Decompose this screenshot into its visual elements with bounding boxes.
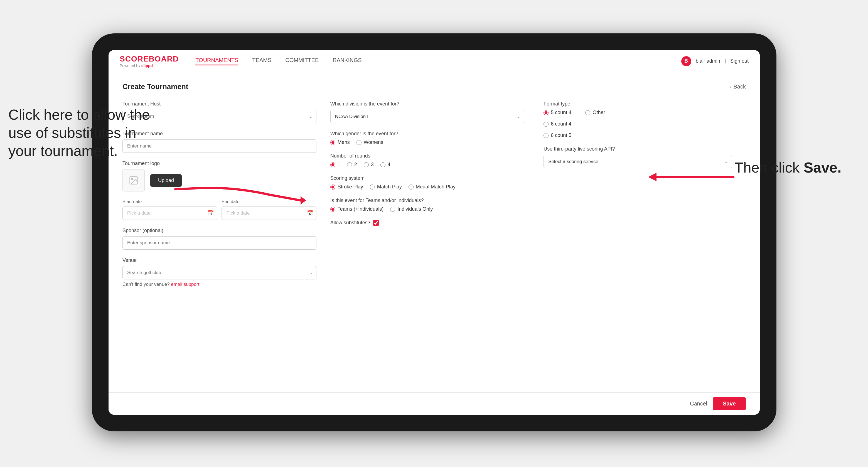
scoring-match-label: Match Play <box>377 184 402 190</box>
division-select[interactable]: NCAA Division I <box>330 110 524 123</box>
back-button[interactable]: ‹ Back <box>730 84 746 90</box>
format-row-1: 5 count 4 Other <box>544 110 732 116</box>
logo-upload-area: Upload <box>122 169 316 191</box>
substitutes-label: Allow substitutes? <box>330 220 370 226</box>
gender-womens-label: Womens <box>364 139 383 145</box>
tablet-screen: SCOREBOARD Powered by clippd TOURNAMENTS… <box>108 50 760 415</box>
gender-label: Which gender is the event for? <box>330 131 524 137</box>
substitutes-checkbox[interactable] <box>373 220 379 226</box>
image-icon <box>129 175 138 185</box>
event-type-individuals[interactable]: Individuals Only <box>390 206 433 212</box>
page-title: Create Tournament <box>122 82 188 91</box>
venue-help-text: Can't find your venue? email support <box>122 282 316 287</box>
gender-womens[interactable]: Womens <box>356 139 383 145</box>
tablet-frame: SCOREBOARD Powered by clippd TOURNAMENTS… <box>92 33 776 431</box>
division-group: Which division is the event for? NCAA Di… <box>330 101 524 123</box>
logo-area: SCOREBOARD Powered by clippd <box>120 55 179 68</box>
rounds-4[interactable]: 4 <box>380 162 391 167</box>
rounds-2-label: 2 <box>354 162 357 167</box>
format-label: Format type <box>544 101 732 107</box>
calendar-icon-start: 📅 <box>208 210 214 216</box>
end-date-input[interactable] <box>221 207 316 220</box>
scoring-api-label: Use third-party live scoring API? <box>544 146 732 152</box>
sign-out-link[interactable]: Sign out <box>730 58 749 64</box>
end-date-label: End date <box>221 199 316 204</box>
sponsor-label: Sponsor (optional) <box>122 228 316 234</box>
end-date-field: End date 📅 <box>221 199 316 220</box>
page-header: Create Tournament ‹ Back <box>122 82 746 91</box>
date-row: Start date 📅 End date 📅 <box>122 199 316 220</box>
scoring-api-group: Use third-party live scoring API? Select… <box>544 146 732 168</box>
nav-right: B blair admin | Sign out <box>681 56 749 66</box>
nav-item-rankings[interactable]: RANKINGS <box>333 57 362 65</box>
tournament-logo-label: Tournament logo <box>122 161 316 166</box>
format-6count4-label: 6 count 4 <box>551 121 571 127</box>
format-radio-group: 5 count 4 Other 6 count 4 <box>544 110 732 138</box>
rounds-label: Number of rounds <box>330 153 524 159</box>
division-select-wrapper: NCAA Division I <box>330 110 524 123</box>
date-group: Start date 📅 End date 📅 <box>122 199 316 220</box>
nav-item-committee[interactable]: COMMITTEE <box>285 57 319 65</box>
rounds-2[interactable]: 2 <box>347 162 357 167</box>
scoring-radio-group: Stroke Play Match Play Medal Match Play <box>330 184 524 190</box>
sponsor-input[interactable] <box>122 236 316 250</box>
event-type-label: Is this event for Teams and/or Individua… <box>330 197 524 204</box>
scoring-api-select-wrapper: Select a scoring service <box>544 155 732 168</box>
format-other[interactable]: Other <box>585 110 605 116</box>
rounds-group: Number of rounds 1 2 <box>330 153 524 167</box>
scoring-stroke-play[interactable]: Stroke Play <box>330 184 363 190</box>
event-type-radio-group: Teams (+Individuals) Individuals Only <box>330 206 524 212</box>
logo-placeholder <box>122 169 145 191</box>
logo-clippd: clippd <box>142 63 153 68</box>
scoring-stroke-label: Stroke Play <box>338 184 363 190</box>
form-grid: Tournament Host Tournament name Tourname… <box>122 101 746 295</box>
venue-email-link[interactable]: email support <box>171 282 199 287</box>
gender-mens[interactable]: Mens <box>330 139 350 145</box>
tournament-logo-group: Tournament logo Upload <box>122 161 316 191</box>
calendar-icon-end: 📅 <box>307 210 313 216</box>
navigation-bar: SCOREBOARD Powered by clippd TOURNAMENTS… <box>108 50 760 72</box>
form-col-right: Format type 5 count 4 Other <box>538 101 746 295</box>
event-individuals-label: Individuals Only <box>397 206 433 212</box>
substitutes-checkbox-item[interactable]: Allow substitutes? <box>330 220 524 226</box>
scoring-label: Scoring system <box>330 175 524 181</box>
logo-red: BOARD <box>149 55 179 63</box>
start-date-label: Start date <box>122 199 217 204</box>
scoring-group: Scoring system Stroke Play Match Play <box>330 175 524 190</box>
logo-scoreboard: SCOREBOARD <box>120 55 179 63</box>
nav-item-teams[interactable]: TEAMS <box>252 57 271 65</box>
start-date-field: Start date 📅 <box>122 199 217 220</box>
save-button[interactable]: Save <box>713 397 746 410</box>
rounds-3-label: 3 <box>371 162 374 167</box>
scoring-api-select[interactable]: Select a scoring service <box>544 155 732 168</box>
rounds-radio-group: 1 2 3 4 <box>330 162 524 167</box>
upload-button[interactable]: Upload <box>150 174 182 187</box>
scoring-match-play[interactable]: Match Play <box>370 184 402 190</box>
format-5count4[interactable]: 5 count 4 <box>544 110 571 116</box>
format-group: Format type 5 count 4 Other <box>544 101 732 138</box>
page-content: Create Tournament ‹ Back Tournament Host… <box>108 72 760 415</box>
start-date-input[interactable] <box>122 207 217 220</box>
format-6count5-label: 6 count 5 <box>551 132 571 138</box>
cancel-button[interactable]: Cancel <box>690 401 707 407</box>
nav-separator: | <box>725 59 726 64</box>
format-6count4[interactable]: 6 count 4 <box>544 121 732 127</box>
rounds-1-label: 1 <box>338 162 340 167</box>
venue-label: Venue <box>122 257 316 263</box>
event-type-teams[interactable]: Teams (+Individuals) <box>330 206 384 212</box>
rounds-1[interactable]: 1 <box>330 162 340 167</box>
form-col-middle: Which division is the event for? NCAA Di… <box>330 101 538 295</box>
venue-group: Venue Can't find your venue? email suppo… <box>122 257 316 287</box>
nav-item-tournaments[interactable]: TOURNAMENTS <box>195 57 238 65</box>
gender-radio-group: Mens Womens <box>330 139 524 145</box>
venue-input[interactable] <box>122 266 316 279</box>
rounds-3[interactable]: 3 <box>364 162 374 167</box>
nav-items: TOURNAMENTS TEAMS COMMITTEE RANKINGS <box>195 57 681 65</box>
gender-group: Which gender is the event for? Mens Wome… <box>330 131 524 145</box>
scoring-medal-match-play[interactable]: Medal Match Play <box>408 184 456 190</box>
format-6count5[interactable]: 6 count 5 <box>544 132 732 138</box>
gender-mens-label: Mens <box>338 139 350 145</box>
user-avatar: B <box>681 56 691 66</box>
annotation-left: Click here to allow the use of substitut… <box>8 106 164 160</box>
format-other-label: Other <box>592 110 605 116</box>
